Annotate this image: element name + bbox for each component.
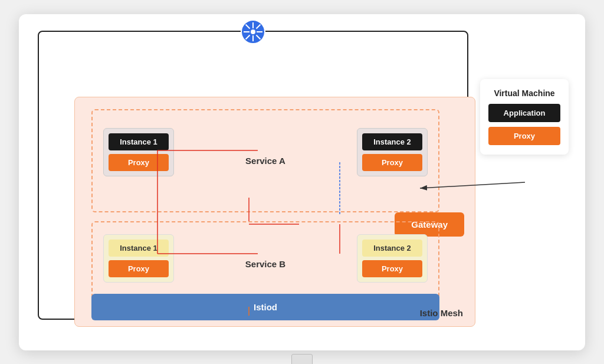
vm-card: Virtual Machine Application Proxy: [480, 79, 569, 155]
service-b-instance2-label: Instance 2: [362, 240, 422, 257]
service-b-instance1-box: Instance 1 Proxy: [103, 234, 174, 283]
svg-point-1: [251, 29, 255, 34]
service-a-instance1-proxy: Proxy: [109, 154, 169, 171]
service-b-instance1-proxy: Proxy: [109, 260, 169, 277]
main-diagram: Service A Instance 1 Proxy Instance 2 Pr…: [19, 14, 585, 350]
vm-title: Virtual Machine: [488, 88, 560, 98]
service-b-instance1-label: Instance 1: [109, 240, 169, 257]
istiod-bar: Istiod: [91, 294, 439, 320]
vm-proxy-label: Proxy: [488, 127, 560, 145]
service-a-box: Service A Instance 1 Proxy Instance 2 Pr…: [91, 109, 439, 212]
service-a-instance1-label: Instance 1: [109, 133, 169, 150]
istio-mesh-area: Service A Instance 1 Proxy Instance 2 Pr…: [74, 97, 475, 327]
service-b-instance2-box: Instance 2 Proxy: [357, 234, 428, 283]
vm-application-label: Application: [488, 104, 560, 122]
kubernetes-icon: [240, 19, 266, 45]
istiod-label: Istiod: [254, 302, 277, 312]
service-a-instance2-label: Instance 2: [362, 133, 422, 150]
bottom-connector: [291, 354, 313, 365]
service-a-label: Service A: [245, 156, 285, 166]
service-a-instance2-proxy: Proxy: [362, 154, 422, 171]
istio-mesh-label: Istio Mesh: [420, 308, 463, 318]
service-b-label: Service B: [245, 259, 285, 269]
service-a-instance1-box: Instance 1 Proxy: [103, 128, 174, 176]
service-a-instance2-box: Instance 2 Proxy: [357, 128, 428, 176]
service-b-instance2-proxy: Proxy: [362, 260, 422, 277]
k8s-outer-box: Service A Instance 1 Proxy Instance 2 Pr…: [38, 31, 468, 320]
